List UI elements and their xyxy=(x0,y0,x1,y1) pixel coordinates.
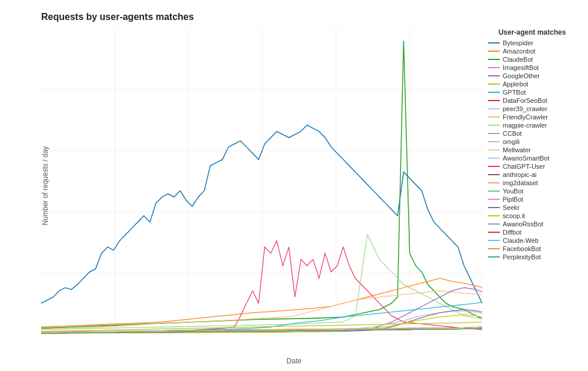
legend-item-label: anthropic-ai xyxy=(503,171,536,178)
legend-item-label: ChatGPT-User xyxy=(503,163,545,170)
chart-area: Jul 2023 Sep 2023 Nov 2023 Jan 2024 Mar … xyxy=(41,28,576,335)
legend-item-label: PerplexityBot xyxy=(503,253,541,260)
legend-item: img2dataset xyxy=(488,179,576,186)
legend-item-label: Amazonbot xyxy=(503,48,536,55)
legend-item-label: Seekr xyxy=(503,204,520,211)
perplexitybot-line xyxy=(41,328,482,333)
chart-container: Requests by user-agents matches Number o… xyxy=(0,0,588,371)
legend-item: anthropic-ai xyxy=(488,171,576,178)
legend-item: ClaudeBot xyxy=(488,56,576,63)
legend-item-label: ImagesiftBot xyxy=(503,64,539,71)
legend-item: Diffbot xyxy=(488,229,576,236)
legend-item: GoogleOther xyxy=(488,72,576,79)
x-axis-label: Date xyxy=(286,357,301,365)
legend-item: magpie-crawler xyxy=(488,122,576,129)
legend-item-label: GPTBot xyxy=(503,89,526,96)
legend-item: CCBot xyxy=(488,130,576,137)
legend-item-label: Diffbot xyxy=(503,229,522,236)
legend-item-label: CCBot xyxy=(503,130,522,137)
legend-item: PerplexityBot xyxy=(488,253,576,260)
legend-item: PiplBot xyxy=(488,196,576,203)
legend-item-label: img2dataset xyxy=(503,179,538,186)
chart-svg: Jul 2023 Sep 2023 Nov 2023 Jan 2024 Mar … xyxy=(41,28,482,335)
legend-item: Amazonbot xyxy=(488,48,576,55)
legend-item: Meltwater xyxy=(488,146,576,153)
legend-item: Claude-Web xyxy=(488,237,576,244)
legend-item-label: omgili xyxy=(503,138,520,145)
legend-item: ImagesiftBot xyxy=(488,64,576,71)
legend-item: scoop.it xyxy=(488,212,576,219)
legend-item: FacebookBot xyxy=(488,245,576,252)
magpie-crawler-line xyxy=(41,235,482,330)
legend-title: User-agent matches xyxy=(488,28,576,36)
legend-item-label: AwarioRssBot xyxy=(503,220,543,228)
legend-item: FriendlyCrawler xyxy=(488,113,576,121)
legend-item-label: Meltwater xyxy=(503,146,531,153)
legend: User-agent matches BytespiderAmazonbotCl… xyxy=(482,28,576,335)
legend-item-label: ClaudeBot xyxy=(503,56,533,63)
legend-item-label: peer39_crawler xyxy=(503,105,547,112)
legend-item-label: PiplBot xyxy=(503,196,523,203)
legend-item-label: scoop.it xyxy=(503,212,525,219)
legend-item-label: YouBot xyxy=(503,188,523,195)
legend-item: peer39_crawler xyxy=(488,105,576,112)
legend-item-label: magpie-crawler xyxy=(503,122,547,129)
legend-item-label: GoogleOther xyxy=(503,72,540,79)
legend-item: Applebot xyxy=(488,81,576,88)
legend-items: BytespiderAmazonbotClaudeBotImagesiftBot… xyxy=(488,39,576,262)
legend-item: ChatGPT-User xyxy=(488,163,576,170)
y-axis-label: Number of requests / day xyxy=(41,146,49,225)
legend-item-label: FacebookBot xyxy=(503,245,541,252)
chart-title: Requests by user-agents matches xyxy=(41,12,576,22)
legend-item: Seekr xyxy=(488,204,576,211)
legend-item: GPTBot xyxy=(488,89,576,96)
legend-item-label: Bytespider xyxy=(503,39,533,46)
legend-item: YouBot xyxy=(488,188,576,195)
legend-item: Bytespider xyxy=(488,39,576,46)
legend-item-label: Applebot xyxy=(503,81,528,88)
legend-item: DataForSeoBot xyxy=(488,97,576,104)
legend-item: AwarioRssBot xyxy=(488,220,576,228)
legend-item: omgili xyxy=(488,138,576,145)
legend-item-label: DataForSeoBot xyxy=(503,97,547,104)
legend-item-label: AwarioSmartBot xyxy=(503,155,549,162)
legend-item-label: Claude-Web xyxy=(503,237,539,244)
legend-item-label: FriendlyCrawler xyxy=(503,113,548,121)
legend-item: AwarioSmartBot xyxy=(488,155,576,162)
